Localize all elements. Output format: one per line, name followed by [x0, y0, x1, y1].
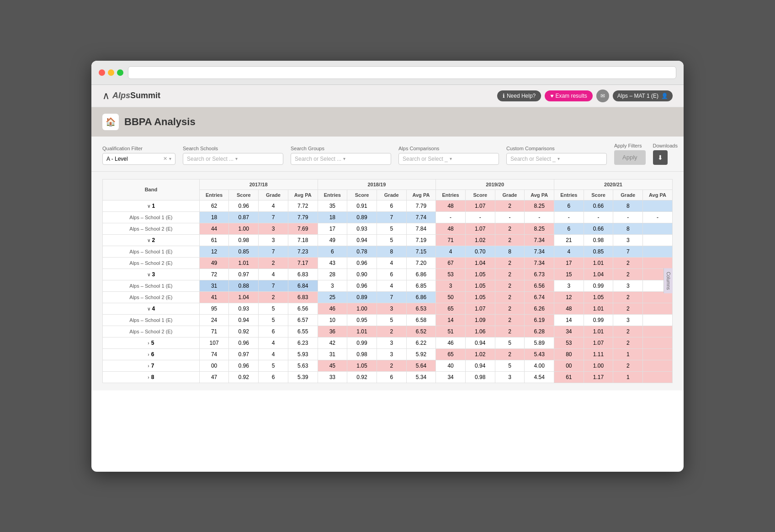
- cell-y2-score: 0.78: [347, 246, 377, 257]
- custom-comparisons-select[interactable]: Search or Select _ ▾: [506, 153, 607, 165]
- cell-y4-entries: 12: [554, 291, 584, 303]
- expand-icon[interactable]: ›: [148, 363, 149, 369]
- cell-y3-entries: 40: [436, 360, 466, 371]
- cell-y3-score: 0.94: [465, 337, 495, 348]
- school-row: Alps – School 2 (E)491.0127.17430.9647.2…: [103, 257, 673, 269]
- school-name-cell: Alps – School 2 (E): [103, 326, 200, 337]
- exam-results-button[interactable]: ♥ Exam results: [545, 90, 592, 101]
- cell-y4-score: 1.01: [584, 257, 613, 269]
- school-row: Alps – School 1 (E)120.8577.2360.7887.15…: [103, 246, 673, 257]
- cell-y2-avg_pa: 6.86: [406, 269, 436, 280]
- cell-y2-score: 0.92: [347, 371, 377, 383]
- expand-icon[interactable]: ∨: [147, 204, 150, 209]
- cell-y1-entries: 62: [199, 200, 229, 211]
- search-schools-arrow-icon: ▾: [235, 156, 238, 161]
- cell-y3-grade: 2: [495, 291, 525, 303]
- alps-comparisons-placeholder: Search or Select _: [403, 156, 448, 162]
- expand-icon[interactable]: ›: [148, 352, 149, 357]
- cell-y1-score: 0.96: [229, 337, 259, 348]
- cell-y1-avg_pa: 5.39: [288, 371, 318, 383]
- search-groups-select[interactable]: Search or Select ... ▾: [291, 153, 391, 165]
- mail-button[interactable]: ✉: [596, 90, 609, 102]
- cell-y4-grade: 2: [613, 360, 643, 371]
- qualification-filter-label: Qualification Filter: [102, 146, 175, 151]
- cell-y2-grade: 8: [377, 246, 406, 257]
- band-name-cell: ∨3: [103, 269, 200, 280]
- cell-y1-grade: 4: [259, 337, 288, 348]
- sub-col-entries-0: Entries: [199, 190, 229, 200]
- cell-y3-grade: 2: [495, 223, 525, 234]
- expand-icon[interactable]: ∨: [147, 306, 150, 311]
- cell-y4-grade: 8: [613, 223, 643, 234]
- cell-y1-avg_pa: 5.63: [288, 360, 318, 371]
- apply-button[interactable]: Apply: [614, 150, 646, 165]
- cell-y2-avg_pa: 6.58: [406, 314, 436, 326]
- cell-y4-entries: 61: [554, 371, 584, 383]
- cell-y2-entries: 35: [318, 200, 347, 211]
- cell-y4-score: 1.00: [584, 360, 613, 371]
- browser-chrome: [91, 61, 684, 85]
- band-name-cell: ›8: [103, 371, 200, 383]
- cell-y4-entries: 80: [554, 348, 584, 360]
- download-icon: ⬇: [658, 154, 663, 161]
- cell-y4-entries: 00: [554, 360, 584, 371]
- cell-y3-avg_pa: 6.26: [525, 303, 554, 314]
- address-bar[interactable]: [128, 66, 676, 79]
- cell-y4-grade: 2: [613, 269, 643, 280]
- download-button[interactable]: ⬇: [653, 150, 668, 165]
- year-header-2019: 2019/20: [436, 179, 554, 190]
- cell-y2-grade: 7: [377, 211, 406, 223]
- columns-button[interactable]: Columns: [664, 268, 673, 293]
- band-name-cell: ∨4: [103, 303, 200, 314]
- cell-y4-entries: 15: [554, 269, 584, 280]
- cell-y2-entries: 45: [318, 360, 347, 371]
- cell-y3-grade: 2: [495, 326, 525, 337]
- cell-y4-score: 1.04: [584, 269, 613, 280]
- cell-y4-entries: 3: [554, 280, 584, 291]
- cell-y2-score: 0.89: [347, 211, 377, 223]
- minimize-button[interactable]: [108, 69, 114, 76]
- cell-y2-grade: 6: [377, 371, 406, 383]
- qualification-clear-icon[interactable]: ✕: [163, 156, 167, 162]
- cell-y4-entries: 34: [554, 326, 584, 337]
- cell-y2-avg_pa: 6.22: [406, 337, 436, 348]
- cell-y3-score: 0.70: [465, 246, 495, 257]
- cell-y1-avg_pa: 7.72: [288, 200, 318, 211]
- cell-y1-avg_pa: 6.84: [288, 280, 318, 291]
- cell-y3-avg_pa: 5.43: [525, 348, 554, 360]
- qualification-filter-select[interactable]: A - Level ✕ ▾: [102, 153, 175, 165]
- expand-icon[interactable]: ∨: [147, 238, 150, 243]
- expand-icon[interactable]: ›: [148, 375, 149, 380]
- cell-y1-entries: 72: [199, 269, 229, 280]
- search-schools-select[interactable]: Search or Select ... ▾: [183, 153, 283, 165]
- sub-col-grade-1: Grade: [377, 190, 406, 200]
- cell-y1-score: 0.96: [229, 200, 259, 211]
- cell-y2-avg_pa: 6.52: [406, 326, 436, 337]
- school-row: Alps – School 1 (E)180.8777.79180.8977.7…: [103, 211, 673, 223]
- close-button[interactable]: [99, 69, 105, 76]
- cell-y4-entries: 17: [554, 257, 584, 269]
- cell-y1-entries: 107: [199, 337, 229, 348]
- cell-y2-avg_pa: 6.85: [406, 280, 436, 291]
- alps-comparisons-select[interactable]: Search or Select _ ▾: [398, 153, 499, 165]
- cell-y1-grade: 3: [259, 223, 288, 234]
- cell-y4-avg_pa: [643, 234, 673, 246]
- cell-y1-score: 1.04: [229, 291, 259, 303]
- year-header-2020: 2020/21: [554, 179, 673, 190]
- cell-y3-grade: 2: [495, 257, 525, 269]
- maximize-button[interactable]: [117, 69, 123, 76]
- cell-y1-score: 0.88: [229, 280, 259, 291]
- expand-icon[interactable]: ∨: [147, 272, 150, 277]
- qualification-filter-value: A - Level: [106, 156, 128, 162]
- cell-y2-grade: 5: [377, 314, 406, 326]
- user-button[interactable]: Alps – MAT 1 (E) 👤: [613, 90, 673, 101]
- help-button[interactable]: ℹ Need Help?: [497, 90, 541, 101]
- cell-y3-avg_pa: -: [525, 211, 554, 223]
- cell-y1-avg_pa: 6.83: [288, 269, 318, 280]
- expand-icon[interactable]: ›: [148, 341, 149, 346]
- cell-y1-score: 0.92: [229, 371, 259, 383]
- cell-y1-score: 0.92: [229, 326, 259, 337]
- search-schools-group: Search Schools Search or Select ... ▾: [183, 146, 283, 165]
- cell-y3-grade: 2: [495, 269, 525, 280]
- logo-icon: ∧: [102, 90, 110, 102]
